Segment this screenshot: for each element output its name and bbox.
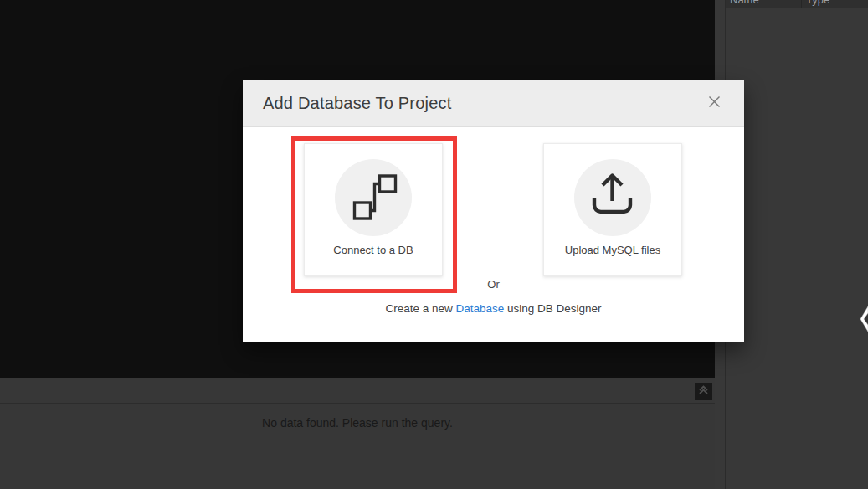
create-line-suffix: using DB Designer — [504, 302, 601, 315]
option-icon-circle — [574, 159, 651, 236]
dialog-body: Connect to a DB Upload MySQL files Or — [243, 127, 744, 342]
option-label: Upload MySQL files — [544, 244, 681, 256]
expand-panel-button[interactable] — [695, 383, 712, 400]
upload-icon — [574, 157, 651, 238]
column-header-type[interactable]: Type — [802, 0, 868, 8]
upload-mysql-card[interactable]: Upload MySQL files — [543, 143, 682, 276]
results-panel: No data found. Please run the query. — [0, 378, 715, 489]
option-label: Connect to a DB — [305, 244, 442, 256]
results-toolbar — [0, 378, 715, 404]
close-button[interactable] — [704, 93, 724, 113]
app-window: No data found. Please run the query. Nam… — [0, 0, 868, 489]
schema-table-header: NameType — [726, 0, 868, 8]
create-database-line: Create a new Database using DB Designer — [243, 302, 744, 315]
double-chevron-up-icon — [697, 383, 710, 399]
database-link[interactable]: Database — [455, 302, 504, 315]
create-line-prefix: Create a new — [385, 302, 455, 315]
or-separator: Or — [243, 278, 744, 291]
db-connection-icon — [335, 157, 412, 238]
add-database-dialog: Add Database To Project — [243, 80, 744, 342]
connect-to-db-card[interactable]: Connect to a DB — [304, 143, 443, 276]
option-icon-circle — [335, 159, 412, 236]
no-data-message: No data found. Please run the query. — [0, 416, 715, 430]
close-icon — [708, 95, 721, 111]
column-header-name[interactable]: Name — [726, 0, 802, 8]
dialog-header: Add Database To Project — [243, 80, 744, 127]
dialog-title: Add Database To Project — [263, 94, 704, 113]
